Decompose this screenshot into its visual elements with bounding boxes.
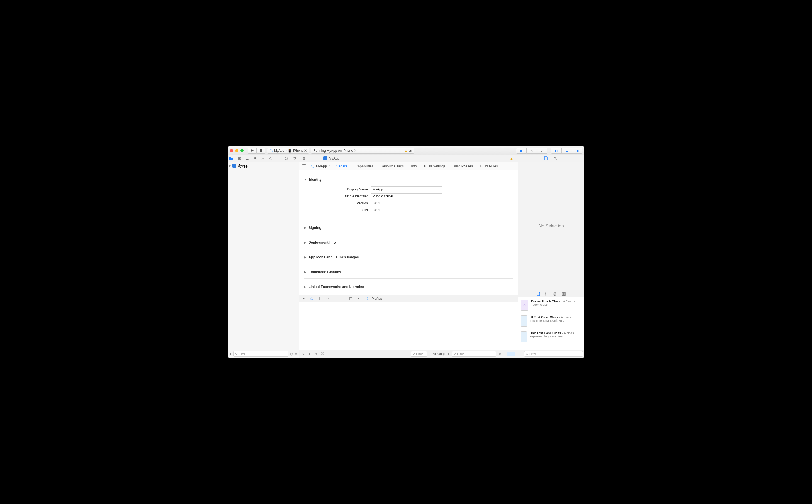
eye-icon[interactable]: 👁︎ (315, 352, 319, 356)
run-button[interactable] (248, 148, 257, 154)
library-item[interactable]: T Unit Test Case Class - A class impleme… (518, 329, 584, 345)
section-header-identity[interactable]: ▼ Identity (304, 176, 513, 183)
disclosure-triangle-icon[interactable]: ▶ (229, 164, 231, 167)
breakpoint-navigator-icon[interactable]: ⬠ (284, 156, 289, 160)
prev-issue-icon[interactable]: ‹ (508, 156, 509, 160)
activity-viewer[interactable]: Running MyApp on iPhone X ▲ 18 (311, 148, 414, 154)
back-icon[interactable]: ‹ (309, 156, 314, 160)
grid-view-icon[interactable]: ⊞ (520, 352, 522, 356)
file-inspector-icon[interactable] (544, 156, 549, 160)
vars-scope-selector[interactable]: Auto ▴▾ (302, 352, 310, 356)
file-template-library-icon[interactable] (537, 292, 540, 296)
rings-icon: ◎ (530, 149, 534, 153)
disclosure-triangle-icon: ▶ (304, 285, 306, 288)
output-mode-selector[interactable]: All Output ▴▾ (433, 352, 449, 356)
test-navigator-icon[interactable]: ◇ (268, 156, 273, 160)
section-title: Identity (309, 178, 321, 182)
console-view[interactable] (409, 302, 518, 350)
trash-icon[interactable]: 🗑︎ (498, 352, 502, 356)
build-field[interactable] (371, 207, 442, 213)
scm-filter-icon[interactable]: ⊠ (295, 352, 297, 356)
panel-right-icon: ◨ (575, 149, 579, 153)
display-name-label: Display Name (304, 187, 371, 191)
section-header-embedded[interactable]: ▶ Embedded Binaries (304, 268, 513, 276)
tab-resource-tags[interactable]: Resource Tags (380, 164, 405, 168)
forward-icon[interactable]: › (316, 156, 321, 160)
section-title: Signing (309, 226, 321, 230)
add-button[interactable]: + (229, 351, 232, 356)
source-control-navigator-icon[interactable]: ⊠ (237, 156, 242, 160)
hide-targets-icon[interactable] (302, 164, 306, 168)
activity-status: Running MyApp on iPhone X (313, 149, 356, 153)
debug-pane-toggle[interactable] (507, 352, 515, 356)
jumpbar-crumb[interactable]: MyApp (323, 156, 339, 160)
step-over-icon[interactable]: ⤻ (325, 297, 329, 300)
object-library-icon[interactable]: ◎ (553, 291, 557, 296)
library-item[interactable]: T UI Test Case Class - A class implement… (518, 313, 584, 329)
process-selector[interactable]: MyApp (364, 297, 382, 300)
media-library-icon[interactable]: ▥ (562, 291, 566, 296)
code-snippet-library-icon[interactable]: {} (545, 291, 548, 296)
tab-general[interactable]: General (335, 164, 349, 168)
disclosure-triangle-icon: ▼ (304, 178, 307, 181)
tab-build-phases[interactable]: Build Phases (451, 164, 474, 168)
hide-debug-icon[interactable]: ▾ (302, 297, 306, 300)
section-header-deployment[interactable]: ▶ Deployment Info (304, 239, 513, 246)
bundle-id-field[interactable] (371, 193, 442, 199)
filter-icon: ⊝ (453, 352, 456, 356)
navigator-filter-placeholder: Filter (239, 352, 245, 356)
debug-area: ▾ ⬠ ‖ ⤻ ↓ ↑ ◫ ✂︎ MyApp (299, 295, 518, 358)
issue-navigator-icon[interactable]: △ (260, 156, 265, 160)
section-header-linked[interactable]: ▶ Linked Frameworks and Libraries (304, 283, 513, 290)
debug-navigator-icon[interactable]: ≡ (276, 156, 281, 160)
target-ring-icon (367, 297, 370, 300)
library-list[interactable]: C Cocoa Touch Class - A Cocoa Touch clas… (518, 297, 584, 350)
toggle-navigator-button[interactable]: ◧ (551, 148, 561, 154)
info-icon[interactable]: ⓘ (321, 351, 324, 356)
close-window-button[interactable] (230, 149, 233, 152)
step-out-icon[interactable]: ↑ (341, 297, 345, 300)
stop-button[interactable] (257, 148, 265, 154)
minimize-window-button[interactable] (235, 149, 238, 152)
assistant-editor-button[interactable]: ◎ (527, 148, 537, 154)
symbol-navigator-icon[interactable]: ☰ (245, 156, 250, 160)
inspector-content: No Selection (518, 162, 584, 290)
toggle-inspector-button[interactable]: ◨ (572, 148, 582, 154)
pause-icon[interactable]: ‖ (317, 297, 322, 300)
tab-capabilities[interactable]: Capabilities (354, 164, 375, 168)
section-identity: ▼ Identity Display Name Bundle Identifie… (304, 173, 513, 220)
zoom-window-button[interactable] (240, 149, 244, 152)
target-selector[interactable]: MyApp ▴▾ (311, 164, 330, 168)
recent-filter-icon[interactable]: ◷ (290, 352, 293, 356)
scheme-selector[interactable]: MyApp › 📱 iPhone X (267, 148, 309, 154)
report-navigator-icon[interactable]: 💬︎ (292, 156, 297, 160)
navigator-filter-field[interactable]: ⊝ Filter (233, 351, 288, 357)
updown-icon: ▴▾ (329, 164, 330, 168)
next-issue-icon[interactable]: › (514, 156, 515, 160)
display-name-field[interactable] (371, 186, 442, 192)
step-into-icon[interactable]: ↓ (333, 297, 337, 300)
project-navigator-icon[interactable] (229, 157, 234, 160)
console-filter-field[interactable]: ⊝ Filter (452, 351, 496, 357)
standard-editor-button[interactable]: ≣ (516, 148, 527, 154)
version-field[interactable] (371, 200, 442, 206)
section-header-icons[interactable]: ▶ App Icons and Launch Images (304, 254, 513, 261)
memory-graph-icon[interactable]: ✂︎ (356, 297, 361, 300)
tab-build-rules[interactable]: Build Rules (479, 164, 499, 168)
tree-root-row[interactable]: ▶ MyApp (228, 163, 299, 168)
variables-view[interactable] (299, 302, 409, 350)
library-filter-field[interactable]: ⊝ Filter (524, 351, 583, 357)
find-navigator-icon[interactable]: 🔍︎ (253, 156, 258, 160)
library-item[interactable]: C Cocoa Touch Class - A Cocoa Touch clas… (518, 297, 584, 313)
toggle-debug-button[interactable]: ⬓ (561, 148, 572, 154)
library-filter-placeholder: Filter (529, 352, 536, 356)
quick-help-icon[interactable]: ?⃝ (553, 156, 558, 160)
tab-info[interactable]: Info (410, 164, 418, 168)
version-editor-button[interactable]: ⇄ (537, 148, 547, 154)
related-items-icon[interactable]: ⊞ (302, 156, 307, 160)
vars-filter-field[interactable]: ⊝ Filter (411, 351, 427, 357)
tab-build-settings[interactable]: Build Settings (423, 164, 446, 168)
breakpoints-toggle-icon[interactable]: ⬠ (309, 297, 314, 300)
view-debug-icon[interactable]: ◫ (348, 297, 353, 300)
section-header-signing[interactable]: ▶ Signing (304, 224, 513, 231)
